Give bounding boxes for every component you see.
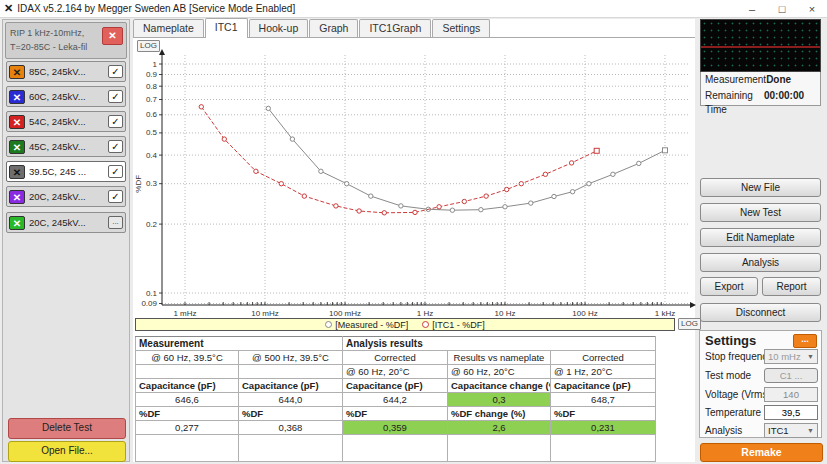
legend-label-itc1: [ITC1 - %DF] (432, 320, 485, 330)
test-item-2[interactable]: ✕ 54C, 245kV... ✓ (6, 111, 126, 132)
stop-frequency-label: Stop frequency (705, 351, 772, 362)
delete-test-button[interactable]: Delete Test (8, 418, 126, 439)
test-item-4[interactable]: ✕ 39.5C, 245 ... ✓ (6, 161, 126, 182)
window-controls: – □ × (737, 1, 827, 17)
remaining-time-value: 00:00:00 (764, 89, 816, 117)
edit-nameplate-button[interactable]: Edit Nameplate (700, 228, 821, 247)
legend-item-measured: [Measured - %DF] (325, 320, 408, 330)
new-test-button[interactable]: New Test (700, 203, 821, 222)
test-item-checkbox[interactable]: ✓ (108, 140, 123, 153)
svg-text:0.5: 0.5 (146, 128, 158, 137)
window-title: IDAX v5.2.164 by Megger Sweden AB [Servi… (17, 3, 295, 14)
new-file-button[interactable]: New File (700, 178, 821, 197)
tab-graph[interactable]: Graph (309, 19, 358, 37)
series-color-x-icon: ✕ (9, 140, 25, 154)
condition-cell: Corrected (343, 351, 448, 365)
test-item-5[interactable]: ✕ 20C, 245kV... ✓ (6, 186, 126, 207)
capacitance-value-cell: 648,7 (551, 393, 656, 407)
series-color-x-icon: ✕ (9, 90, 25, 104)
open-file-button[interactable]: Open File... (8, 441, 126, 462)
metric-header-cell: Capacitance (pF) (343, 379, 448, 393)
voltage-label: Voltage (Vrms) (705, 389, 771, 400)
svg-text:100 Hz: 100 Hz (572, 309, 597, 318)
close-icon[interactable]: × (797, 1, 827, 17)
analysis-select[interactable]: ITC1 ▼ (764, 423, 818, 438)
df-change-cell: 2,6 (448, 421, 551, 435)
tab-hook-up[interactable]: Hook-up (249, 19, 309, 37)
svg-text:%DF: %DF (134, 175, 143, 193)
measurement-status-value: Done (766, 73, 816, 87)
table-section-row: Measurement Analysis results (136, 337, 656, 351)
svg-text:0.6: 0.6 (146, 110, 158, 119)
test-item-6[interactable]: ✕ 20C, 245kV... ... (6, 212, 126, 233)
metric-header-cell: %DF (343, 407, 448, 421)
series-color-x-icon: ✕ (9, 65, 25, 79)
maximize-icon[interactable]: □ (767, 1, 797, 17)
live-signal-display (700, 19, 821, 72)
test-item-0[interactable]: ✕ 85C, 245kV... ✓ (6, 61, 126, 82)
svg-text:10 Hz: 10 Hz (495, 309, 516, 318)
svg-text:1 kHz: 1 kHz (655, 309, 675, 318)
df-value-cell: 0,277 (136, 421, 239, 435)
metric-header-cell: Capacitance (pF) (136, 379, 239, 393)
temperature-field[interactable] (764, 405, 818, 420)
control-panel: Measurement Done Remaining Time 00:00:00… (697, 19, 827, 464)
metric-header-cell: %DF (551, 407, 656, 421)
test-list-sidebar: RIP 1 kHz-10mHz, T=20-85C - Leka-fil ✕ ✕… (2, 19, 130, 462)
condition-cell: Corrected (551, 351, 656, 365)
results-table: Measurement Analysis results @ 60 Hz, 39… (135, 336, 656, 462)
svg-text:100 mHz: 100 mHz (329, 309, 361, 318)
settings-title: Settings (705, 333, 756, 348)
test-item-checkbox[interactable]: ✓ (108, 190, 123, 203)
df-value-cell: 0,359 (343, 421, 448, 435)
tab-nameplate[interactable]: Nameplate (133, 19, 204, 37)
section-analysis-results: Analysis results (343, 337, 656, 351)
svg-text:0.09: 0.09 (141, 299, 157, 308)
tab-itc1[interactable]: ITC1 (205, 18, 248, 38)
minimize-icon[interactable]: – (737, 1, 767, 17)
test-item-checkbox[interactable]: ✓ (108, 90, 123, 103)
test-item-checkbox[interactable]: ✓ (108, 115, 123, 128)
close-test-set-button[interactable]: ✕ (102, 27, 123, 45)
measurement-status-label: Measurement (705, 73, 766, 87)
analysis-button[interactable]: Analysis (700, 253, 821, 272)
series-color-x-icon: ✕ (9, 165, 25, 179)
svg-text:0.4: 0.4 (146, 151, 158, 160)
svg-text:0.7: 0.7 (146, 95, 158, 104)
settings-more-button[interactable]: ... (793, 334, 817, 348)
remaining-time-label: Remaining Time (705, 89, 764, 117)
condition-cell: Results vs nameplate (448, 351, 551, 365)
tab-itc1graph[interactable]: ITC1Graph (359, 19, 431, 37)
series-color-x-icon: ✕ (9, 190, 25, 204)
series-color-x-icon: ✕ (9, 216, 25, 230)
disconnect-button[interactable]: Disconnect (700, 303, 821, 322)
export-button[interactable]: Export (700, 277, 758, 296)
series-color-x-icon: ✕ (9, 115, 25, 129)
test-item-3[interactable]: ✕ 45C, 245kV... ✓ (6, 136, 126, 157)
stop-frequency-select[interactable]: 10 mHz ▼ (764, 349, 818, 364)
metric-header-cell: %DF change (%) (448, 407, 551, 421)
metric-header-cell: Capacitance change (%) (448, 379, 551, 393)
tab-settings[interactable]: Settings (432, 19, 490, 37)
table-condition-row: @ 60 Hz, 39.5°C @ 500 Hz, 39.5°C Correct… (136, 351, 656, 365)
measured-series-marker-icon (325, 321, 332, 328)
metric-header-cell: Capacitance (pF) (551, 379, 656, 393)
df-value-cell: 0,368 (239, 421, 343, 435)
condition-cell: @ 60 Hz, 39.5°C (136, 351, 239, 365)
test-mode-button[interactable]: C1 ... (764, 368, 818, 383)
condition2-cell (239, 365, 343, 379)
voltage-field[interactable] (764, 387, 818, 402)
svg-text:0.8: 0.8 (146, 82, 158, 91)
test-item-checkbox[interactable]: ✓ (108, 65, 123, 78)
itc1-series-marker-icon (422, 321, 429, 328)
test-item-label: 45C, 245kV... (29, 141, 108, 152)
test-item-1[interactable]: ✕ 60C, 245kV... ✓ (6, 86, 126, 107)
test-item-busy-button[interactable]: ... (108, 216, 123, 229)
condition2-cell: @ 60 Hz, 20°C (448, 365, 551, 379)
test-item-checkbox[interactable]: ✓ (108, 165, 123, 178)
svg-text:10 mHz: 10 mHz (251, 309, 279, 318)
chevron-down-icon: ▼ (807, 350, 814, 363)
report-button[interactable]: Report (762, 277, 821, 296)
svg-text:0.3: 0.3 (146, 179, 158, 188)
remake-button[interactable]: Remake (700, 443, 823, 462)
